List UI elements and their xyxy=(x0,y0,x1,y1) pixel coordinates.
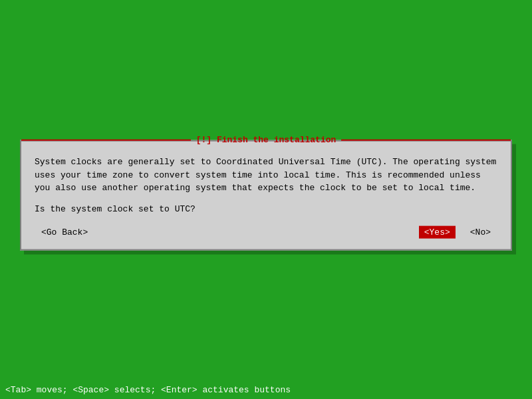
right-buttons: <Yes> <No> xyxy=(419,225,495,238)
screen: [!] Finish the installation System clock… xyxy=(0,0,532,399)
dialog-titlebar: [!] Finish the installation xyxy=(21,135,511,145)
yes-button[interactable]: <Yes> xyxy=(419,225,456,238)
dialog-container: [!] Finish the installation System clock… xyxy=(20,140,512,251)
no-button[interactable]: <No> xyxy=(466,225,495,238)
dialog: [!] Finish the installation System clock… xyxy=(20,140,512,251)
dialog-content: System clocks are generally set to Coord… xyxy=(21,148,511,249)
dialog-question: Is the system clock set to UTC? xyxy=(35,203,497,213)
dialog-title: [!] Finish the installation xyxy=(191,135,342,145)
status-bar: <Tab> moves; <Space> selects; <Enter> ac… xyxy=(0,382,532,399)
title-line-right xyxy=(341,139,511,140)
dialog-buttons: <Go Back> <Yes> <No> xyxy=(35,225,497,238)
go-back-button[interactable]: <Go Back> xyxy=(37,225,92,238)
dialog-message: System clocks are generally set to Coord… xyxy=(35,156,497,195)
title-line-left xyxy=(21,139,191,140)
status-bar-text: <Tab> moves; <Space> selects; <Enter> ac… xyxy=(5,385,291,395)
